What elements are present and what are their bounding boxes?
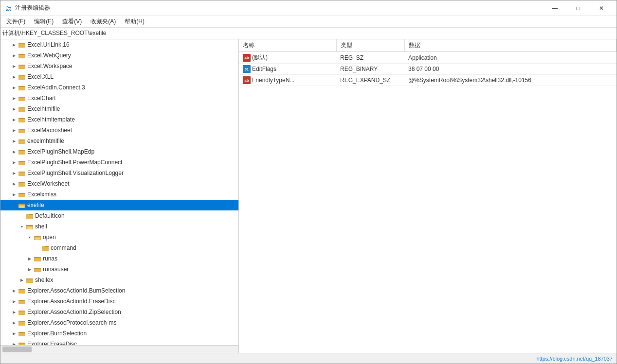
expand-arrow[interactable]: ▶	[10, 148, 18, 156]
expand-arrow[interactable]	[34, 244, 41, 252]
tree-item-explorer-erasedisc2[interactable]: ▶Explorer.EraseDisc	[0, 339, 238, 345]
maximize-button[interactable]: □	[567, 1, 589, 16]
expand-arrow[interactable]: ▶	[10, 62, 18, 70]
svg-rect-64	[34, 257, 36, 258]
expand-arrow[interactable]: ▶	[10, 319, 18, 327]
expand-arrow[interactable]: ▶	[10, 41, 18, 49]
menu-help[interactable]: 帮助(H)	[121, 17, 148, 27]
expand-arrow[interactable]: ▶	[10, 329, 18, 337]
tree-item-explorer-erasedisc[interactable]: ▶Explorer.AssocActionId.EraseDisc	[0, 296, 238, 307]
tree-item-excelmhtmlfile[interactable]: ▶excelmhtmlfile	[0, 136, 238, 146]
tree-item-exefile[interactable]: ▾exefile	[0, 200, 238, 210]
window-controls: — □ ✕	[544, 1, 613, 16]
expand-arrow[interactable]: ▶	[10, 116, 18, 123]
svg-rect-62	[42, 247, 49, 251]
svg-rect-14	[18, 87, 25, 90]
tree-item-open[interactable]: ▾open	[0, 232, 238, 243]
tree-item-excelmacrosheet[interactable]: ▶ExcelMacrosheet	[0, 125, 238, 136]
expand-arrow[interactable]: ▶	[10, 158, 18, 166]
svg-rect-70	[26, 278, 29, 279]
tree-item-exceladdin-connect[interactable]: ▶ExcelAddIn.Connect.3	[0, 82, 238, 93]
svg-rect-82	[18, 321, 21, 322]
menu-file[interactable]: 文件(F)	[2, 17, 29, 27]
close-button[interactable]: ✕	[590, 1, 613, 16]
svg-rect-53	[26, 225, 29, 226]
right-scroll[interactable]: 名称 类型 数据 ab(默认)REG_SZApplication01EditFl…	[239, 39, 617, 353]
tree-item-excelchart[interactable]: ▶ExcelChart	[0, 93, 238, 104]
tree-item-excel-xll[interactable]: ▶Excel.XLL	[0, 71, 238, 82]
tree-item-runas[interactable]: ▶runas	[0, 253, 238, 264]
svg-rect-73	[18, 289, 21, 290]
expand-arrow[interactable]: ▶	[10, 126, 18, 134]
tree-item-explorer-zipselection[interactable]: ▶Explorer.AssocActionId.ZipSelection	[0, 307, 238, 317]
expand-arrow[interactable]: ▶	[10, 105, 18, 113]
svg-rect-8	[18, 66, 25, 69]
tree-container[interactable]: ▶Excel.UriLink.16▶Excel.WebQuery▶Excel.W…	[0, 39, 238, 345]
tree-item-excelhtmltemplate[interactable]: ▶Excelhtmltemplate	[0, 114, 238, 125]
tree-item-explorer-burnselection2[interactable]: ▶Explorer.BurnSelection	[0, 328, 238, 339]
expand-arrow[interactable]: ▶	[10, 191, 18, 198]
expand-arrow[interactable]: ▶	[26, 265, 34, 273]
tree-item-runasuser[interactable]: ▶runasuser	[0, 264, 238, 275]
tree-item-explorer-burnselection[interactable]: ▶Explorer.AssocActionId.BurnSelection	[0, 285, 238, 296]
tree-item-label: command	[51, 244, 76, 251]
expand-arrow[interactable]: ▶	[10, 297, 18, 305]
tree-item-label: ExcelPlugInShell.MapEdp	[27, 148, 94, 155]
minimize-button[interactable]: —	[544, 1, 566, 16]
expand-arrow[interactable]: ▶	[10, 73, 18, 81]
col-header-data[interactable]: 数据	[404, 39, 617, 52]
expand-arrow[interactable]	[18, 212, 26, 220]
tree-item-excel-workspace[interactable]: ▶Excel.Workspace	[0, 61, 238, 71]
tree-item-explorer-searchms[interactable]: ▶Explorer.AssocProtocol.search-ms	[0, 317, 238, 328]
expand-arrow[interactable]: ▾	[10, 201, 18, 209]
tree-item-excel-urilink[interactable]: ▶Excel.UriLink.16	[0, 39, 238, 50]
tree-h-scrollbar[interactable]	[0, 345, 238, 353]
tree-item-excelhtmlfile[interactable]: ▶Excelhtmlfile	[0, 104, 238, 114]
expand-arrow[interactable]: ▶	[10, 169, 18, 177]
tree-item-excel-webquery[interactable]: ▶Excel.WebQuery	[0, 50, 238, 61]
expand-arrow[interactable]: ▶	[10, 52, 18, 59]
svg-rect-29	[18, 140, 25, 144]
expand-arrow[interactable]: ▶	[10, 340, 18, 345]
tree-item-command[interactable]: command	[0, 243, 238, 253]
menu-edit[interactable]: 编辑(E)	[30, 17, 57, 27]
svg-rect-34	[18, 161, 21, 162]
tree-item-shellex[interactable]: ▶shellex	[0, 275, 238, 285]
tree-item-defaulticon[interactable]: DefaultIcon	[0, 210, 238, 221]
expand-arrow[interactable]: ▶	[10, 84, 18, 91]
expand-arrow[interactable]: ▶	[10, 137, 18, 145]
expand-arrow[interactable]: ▶	[10, 308, 18, 316]
address-bar: 计算机\HKEY_CLASSES_ROOT\exefile	[0, 28, 617, 39]
expand-arrow[interactable]: ▾	[26, 233, 34, 241]
expand-arrow[interactable]: ▾	[18, 223, 26, 230]
menu-favorites[interactable]: 收藏夹(A)	[87, 17, 120, 27]
expand-arrow[interactable]: ▶	[10, 287, 18, 295]
table-row[interactable]: abFriendlyTypeN...REG_EXPAND_SZ@%SystemR…	[239, 75, 617, 86]
reg-name-cell-2: abFriendlyTypeN...	[239, 75, 336, 86]
col-header-name[interactable]: 名称	[239, 39, 336, 52]
menu-view[interactable]: 查看(V)	[58, 17, 86, 27]
table-row[interactable]: 01EditFlagsREG_BINARY38 07 00 00	[239, 64, 617, 75]
tree-item-excelpluginshell-visualizationlogger[interactable]: ▶ExcelPlugInShell.VisualizationLogger	[0, 168, 238, 178]
tree-item-label: runas	[43, 255, 57, 262]
expand-arrow[interactable]: ▶	[10, 94, 18, 102]
svg-rect-74	[18, 290, 25, 294]
tree-item-shell[interactable]: ▾shell	[0, 221, 238, 232]
folder-icon	[34, 255, 41, 262]
tree-item-label: excelmhtmlfile	[27, 138, 64, 144]
table-row[interactable]: ab(默认)REG_SZApplication	[239, 52, 617, 64]
reg-data-cell-2: @%SystemRoot%\System32\shell32.dll,-1015…	[404, 75, 617, 86]
col-header-type[interactable]: 类型	[336, 39, 404, 52]
status-bar: https://blog.csdn.net/qq_187037	[0, 353, 617, 364]
expand-arrow[interactable]: ▶	[18, 276, 26, 284]
svg-rect-7	[18, 65, 21, 66]
tree-item-excelworksheet[interactable]: ▶ExcelWorksheet	[0, 178, 238, 189]
reg-name-text: FriendlyTypeN...	[252, 77, 294, 84]
tree-item-excelpluginshell-mapedp[interactable]: ▶ExcelPlugInShell.MapEdp	[0, 146, 238, 157]
h-scroll-thumb[interactable]	[2, 347, 32, 352]
svg-marker-48	[19, 206, 25, 208]
tree-item-excelpluginshell-powermapconnect[interactable]: ▶ExcelPlugInShell.PowerMapConnect	[0, 157, 238, 168]
expand-arrow[interactable]: ▶	[26, 255, 34, 262]
expand-arrow[interactable]: ▶	[10, 180, 18, 188]
tree-item-excelxmlss[interactable]: ▶Excelxmlss	[0, 189, 238, 200]
